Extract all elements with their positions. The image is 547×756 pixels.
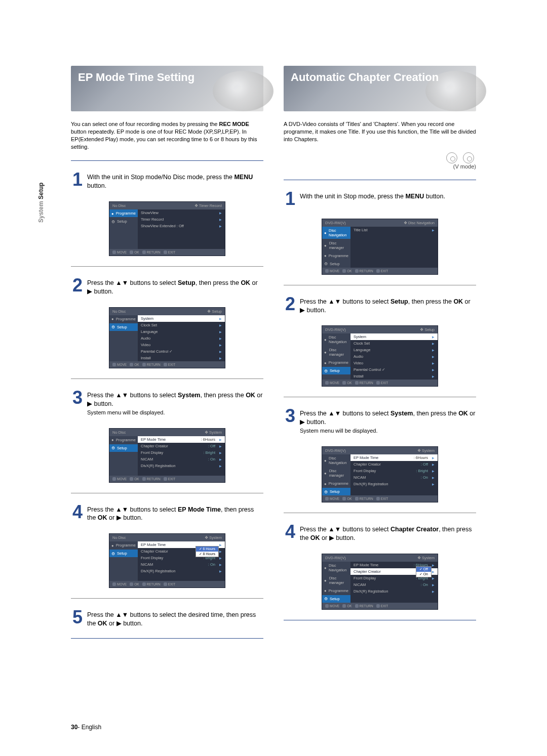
osd-menu-row: EP Mode Time: 6Hours▶ [350,454,438,461]
osd-side-item: ⚙Setup [322,488,350,495]
osd-side-item: ●Disc manager [322,239,350,251]
osd-side-item: ⚙Setup [322,260,350,268]
chevron-right-icon: ▶ [432,374,435,378]
osd-dropdown: ✓ Off✓ On [416,566,432,577]
osd-dropdown-option: ✓ Off [416,567,431,572]
side-item-icon: ⚙ [324,369,328,373]
step-number: 2 [284,296,297,313]
side-item-icon: ● [111,438,114,442]
media-icons: (V mode) [284,152,476,170]
osd-menu-row: DivX(R) Registration▶ [138,568,225,574]
osd-header-label: DVD-RW(V) [325,448,346,453]
osd-footer-item: OK [342,604,351,608]
step-text: With the unit in Stop mode, press the ME… [300,190,445,201]
osd-footer-item: EXIT [164,363,175,366]
right-section-header: Automatic Chapter Creation [284,66,476,111]
osd-crumb: ❖ Disc Navigation [404,221,435,225]
chevron-right-icon: ▶ [432,456,435,459]
step-number: 4 [284,523,297,540]
osd-footer-item: MOVE [112,363,127,366]
osd-footer-item: MOVE [112,250,127,254]
left-step-4: 4 Press the ▲▼ buttons to select EP Mode… [71,503,263,523]
osd-side-item: ●Programme [322,587,350,595]
osd-menu-row: Parental Control ✓▶ [138,348,225,355]
osd-menu-row: Parental Control ✓▶ [350,366,438,373]
side-item-icon: ⚙ [111,325,115,329]
osd-side-item: ●Programme [322,359,350,366]
osd-footer-item: EXIT [164,582,175,586]
side-tab-main: Setup [37,183,45,199]
osd-footer-item: RETURN [355,497,373,500]
osd-dropdown: ✓ 6 Hours✓ 8 Hours [196,546,219,557]
chevron-right-icon: ▶ [432,583,435,586]
chevron-right-icon: ▶ [219,438,222,441]
osd-screen-ep: No Disc❖ System●Programme⚙SetupEP Mode T… [109,533,225,588]
right-step-2: 2 Press the ▲▼ buttons to select Setup, … [284,296,476,315]
osd-footer-icon [164,363,167,366]
osd-side-item: ●Programme [109,209,138,217]
chevron-right-icon: ▶ [219,356,222,360]
left-intro: You can select one of four recording mod… [71,120,263,150]
osd-footer-item: EXIT [376,269,388,273]
osd-side-item: ●Programme [109,541,138,549]
chevron-right-icon: ▶ [432,469,435,473]
osd-header-label: No Disc [112,430,126,435]
side-item-icon: ● [324,254,327,258]
osd-footer-icon [355,497,359,500]
right-intro: A DVD-Video consists of 'Titles' and 'Ch… [284,120,476,143]
osd-menu-row: Front Display: Bright▶ [138,449,225,456]
osd-footer-icon [342,269,346,273]
osd-screen-cc: DVD-RW(V)❖ System●Disc Navigation●Disc m… [322,554,438,610]
divider [284,285,476,285]
side-item-icon: ● [324,589,327,593]
step-text: Press the ▲▼ buttons to select the desir… [87,609,263,628]
osd-screen-system-r: DVD-RW(V)❖ System●Disc Navigation●Disc m… [322,446,438,502]
osd-footer-icon [142,477,146,481]
osd-footer-icon [325,381,329,385]
step-text: Press the ▲▼ buttons to select Setup, th… [300,296,476,315]
step-text: Press the ▲▼ buttons to select Chapter C… [300,523,476,542]
chevron-right-icon: ▶ [432,228,435,232]
osd-side-item: ●Disc Navigation [322,562,350,574]
side-item-icon: ● [324,482,327,486]
osd-footer-icon [112,363,116,366]
osd-footer-icon [355,604,359,608]
chevron-right-icon: ▶ [219,563,222,566]
step-text: Press the ▲▼ buttons to select System, t… [87,389,263,417]
osd-dropdown-option: ✓ 8 Hours [196,552,218,557]
osd-menu-row: Clock Set▶ [138,322,225,328]
side-item-icon: ⚙ [111,446,115,450]
osd-side-item: ⚙Setup [322,595,350,603]
osd-side-item: ●Programme [109,436,138,444]
right-step-1: 1 With the unit in Stop mode, press the … [284,190,476,207]
osd-menu-row: ShowView▶ [138,209,225,216]
side-item-icon: ● [111,543,114,548]
osd-menu-row: Audio▶ [138,335,225,342]
chevron-right-icon: ▶ [432,368,435,371]
osd-menu-row: NICAM: On▶ [138,456,225,463]
osd-menu-row: Install▶ [138,355,225,361]
step-text: Press the ▲▼ buttons to select Setup, th… [87,277,263,296]
osd-menu-row: ShowView Extended : Off▶ [138,223,225,229]
divider [71,638,263,639]
osd-crumb: ❖ System [205,430,222,435]
osd-footer-item: OK [342,269,351,273]
divider [71,598,263,599]
osd-footer-item: RETURN [355,604,373,608]
chevron-right-icon: ▶ [432,476,435,479]
osd-footer-icon [112,250,116,254]
chevron-right-icon: ▶ [432,342,435,345]
step-number: 3 [284,407,297,425]
chevron-right-icon: ▶ [219,224,222,228]
osd-side-item: ●Disc Navigation [322,227,350,239]
osd-footer-item: MOVE [112,477,127,481]
osd-menu-row: DivX(R) Registration▶ [350,588,438,595]
osd-footer-icon [376,381,380,385]
osd-footer-item: MOVE [325,604,339,608]
step-number: 2 [71,277,84,294]
osd-side-item: ●Disc Navigation [322,454,350,467]
side-item-icon: ● [111,212,114,216]
chevron-right-icon: ▶ [432,482,435,486]
divider [284,180,476,180]
osd-footer-icon [342,381,346,385]
